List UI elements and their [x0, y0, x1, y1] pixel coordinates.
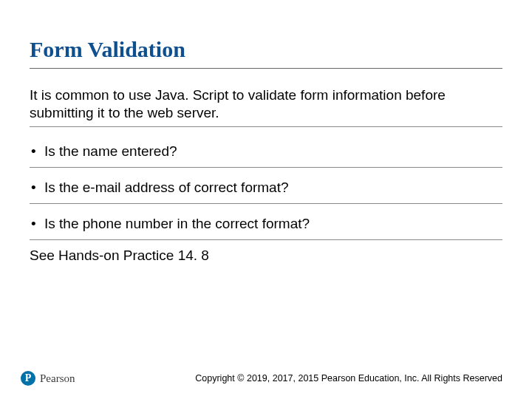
intro-divider [30, 126, 502, 127]
pearson-logo-text: Pearson [40, 372, 75, 385]
copyright-text: Copyright © 2019, 2017, 2015 Pearson Edu… [195, 373, 502, 383]
closing-text: See Hands-on Practice 14. 8 [30, 248, 502, 264]
slide-footer: P Pearson Copyright © 2019, 2017, 2015 P… [0, 371, 532, 386]
pearson-logo: P Pearson [21, 371, 75, 386]
list-item: Is the phone number in the correct forma… [30, 211, 502, 240]
list-item: Is the e-mail address of correct format? [30, 175, 502, 204]
bullet-list: Is the name entered? Is the e-mail addre… [30, 139, 502, 240]
list-item: Is the name entered? [30, 139, 502, 168]
slide-title: Form Validation [30, 37, 502, 62]
intro-text: It is common to use Java. Script to vali… [30, 86, 502, 122]
title-divider [30, 68, 502, 69]
logo-letter: P [25, 373, 32, 383]
pearson-logo-icon: P [21, 371, 35, 386]
slide-content: Form Validation It is common to use Java… [0, 0, 532, 264]
